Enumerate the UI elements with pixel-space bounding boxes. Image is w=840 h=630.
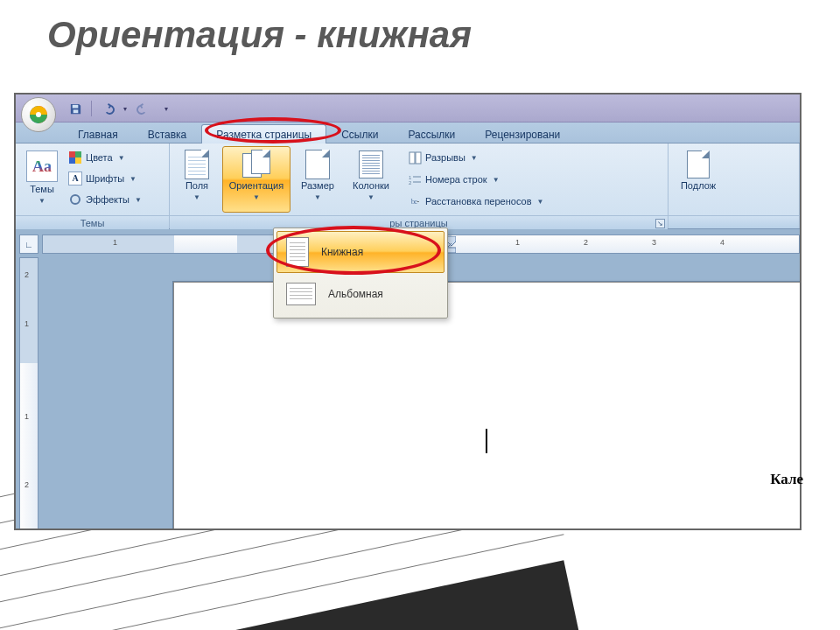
orientation-dropdown: Книжная Альбомная: [273, 228, 448, 318]
office-button[interactable]: [21, 97, 56, 132]
tab-mailings[interactable]: Рассылки: [393, 124, 470, 144]
svg-point-8: [71, 195, 80, 204]
group-themes: Aa Темы ▼ Цвета▼ A Шрифты▼ Эффект: [16, 144, 170, 228]
watermark-button[interactable]: Подлож: [674, 146, 723, 213]
ribbon: Aa Темы ▼ Цвета▼ A Шрифты▼ Эффект: [16, 144, 800, 229]
group-page-background: Подлож: [668, 144, 800, 228]
svg-rect-3: [73, 109, 78, 113]
svg-rect-6: [69, 158, 75, 164]
line-numbers-icon: 12: [408, 172, 422, 186]
tab-page-layout[interactable]: Разметка страницы: [201, 124, 326, 144]
page-setup-dialog-launcher[interactable]: ↘: [655, 219, 665, 228]
window-titlebar: ▾ ▾: [16, 94, 800, 122]
themes-button[interactable]: Aa Темы ▼: [21, 146, 63, 213]
tab-review[interactable]: Рецензировани: [470, 124, 575, 144]
svg-point-1: [36, 112, 41, 117]
vertical-ruler[interactable]: 2 1 1 2: [19, 257, 38, 530]
themes-label: Темы: [30, 184, 54, 194]
orientation-portrait[interactable]: Книжная: [276, 231, 444, 273]
indent-marker[interactable]: [447, 236, 456, 253]
hyphenation-icon: bc-: [408, 194, 422, 208]
orientation-landscape[interactable]: Альбомная: [276, 273, 444, 315]
hyphenation-button[interactable]: bc- Расстановка переносов▼: [406, 192, 545, 211]
group-page-setup: Поля▼ Ориентация▼ Размер▼ Колонки▼: [170, 144, 668, 228]
svg-rect-10: [416, 152, 421, 164]
landscape-page-icon: [286, 283, 316, 305]
save-button[interactable]: [65, 99, 86, 118]
colors-icon: [68, 150, 82, 164]
orientation-button[interactable]: Ориентация▼: [222, 146, 290, 213]
ribbon-tabs: Главная Вставка Разметка страницы Ссылки…: [16, 122, 800, 144]
svg-text:2: 2: [409, 180, 412, 186]
svg-rect-4: [69, 151, 75, 158]
svg-rect-2: [72, 104, 78, 108]
group-page-background-label: [668, 215, 799, 228]
quick-access-toolbar: ▾ ▾: [65, 99, 172, 118]
document-text-snippet: Кале: [770, 471, 803, 486]
undo-button[interactable]: [97, 99, 118, 118]
svg-rect-7: [75, 158, 81, 164]
theme-effects-button[interactable]: Эффекты▼: [66, 190, 144, 209]
size-button[interactable]: Размер▼: [294, 146, 341, 213]
svg-marker-15: [447, 236, 456, 246]
theme-fonts-button[interactable]: A Шрифты▼: [66, 169, 144, 188]
theme-colors-button[interactable]: Цвета▼: [66, 148, 144, 167]
ruler-corner[interactable]: ∟: [19, 234, 38, 254]
group-themes-label: Темы: [16, 215, 169, 230]
svg-rect-9: [410, 152, 415, 164]
breaks-button[interactable]: Разрывы▼: [406, 148, 545, 167]
tab-home[interactable]: Главная: [63, 124, 133, 144]
word-screenshot: ▾ ▾ Главная Вставка Разметка страницы Сс…: [14, 93, 802, 530]
fonts-icon: A: [68, 172, 82, 186]
document-page[interactable]: [173, 282, 802, 530]
tab-references[interactable]: Ссылки: [326, 124, 393, 144]
margins-button[interactable]: Поля▼: [175, 146, 219, 213]
slide-title: Ориентация - книжная: [47, 14, 472, 56]
effects-icon: [68, 192, 82, 206]
portrait-page-icon: [286, 237, 309, 267]
tab-insert[interactable]: Вставка: [133, 124, 202, 144]
breaks-icon: [408, 150, 422, 164]
redo-button[interactable]: [132, 99, 153, 118]
svg-rect-5: [75, 151, 81, 158]
columns-button[interactable]: Колонки▼: [345, 146, 397, 213]
text-cursor: [486, 429, 487, 453]
qat-customize-button[interactable]: ▾: [160, 99, 172, 118]
line-numbers-button[interactable]: 12 Номера строк▼: [406, 170, 545, 189]
undo-more-button[interactable]: ▾: [120, 99, 130, 118]
